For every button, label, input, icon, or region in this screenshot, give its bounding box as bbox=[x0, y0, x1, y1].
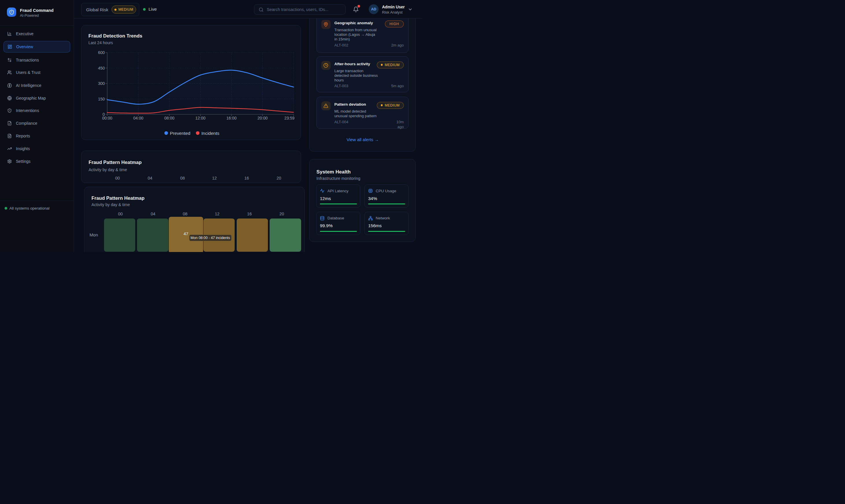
svg-text:Prevented: Prevented bbox=[170, 130, 190, 136]
svg-text:150: 150 bbox=[98, 96, 105, 101]
svg-text:08:00: 08:00 bbox=[164, 116, 174, 120]
svg-text:16:00: 16:00 bbox=[226, 116, 236, 120]
svg-text:600: 600 bbox=[98, 50, 105, 55]
svg-text:Incidents: Incidents bbox=[202, 130, 219, 136]
svg-text:12:00: 12:00 bbox=[195, 116, 205, 120]
svg-text:300: 300 bbox=[98, 81, 105, 86]
svg-text:450: 450 bbox=[98, 66, 105, 70]
svg-text:20:00: 20:00 bbox=[258, 116, 268, 120]
svg-text:23:59: 23:59 bbox=[284, 116, 294, 120]
svg-text:04:00: 04:00 bbox=[133, 116, 143, 120]
svg-text:00:00: 00:00 bbox=[102, 116, 112, 120]
